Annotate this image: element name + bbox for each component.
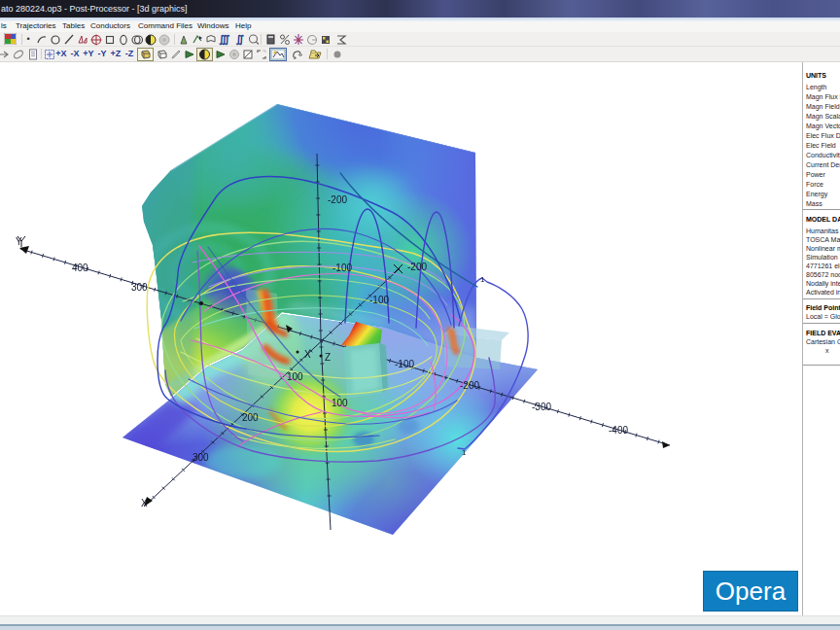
svg-text:100: 100: [287, 371, 303, 382]
svg-text:-100: -100: [395, 359, 414, 369]
svg-text:-200: -200: [460, 380, 479, 391]
svg-text:-400: -400: [609, 425, 628, 436]
svg-text:200: 200: [242, 412, 259, 423]
svg-text:-200: -200: [407, 262, 427, 272]
svg-text:Z: Z: [325, 352, 331, 363]
svg-text:300: 300: [131, 282, 148, 293]
svg-text:300: 300: [192, 452, 209, 463]
svg-text:Y: Y: [16, 236, 22, 247]
svg-text:-100: -100: [369, 295, 389, 305]
svg-text:X: X: [304, 349, 311, 360]
svg-text:400: 400: [72, 262, 88, 273]
svg-text:-100: -100: [332, 262, 352, 273]
svg-text:X: X: [141, 498, 148, 508]
svg-text:-300: -300: [532, 402, 551, 412]
svg-text:-200: -200: [328, 194, 347, 205]
svg-text:100: 100: [332, 398, 348, 408]
svg-text:1: 1: [480, 275, 485, 284]
svg-text:1: 1: [462, 448, 467, 457]
